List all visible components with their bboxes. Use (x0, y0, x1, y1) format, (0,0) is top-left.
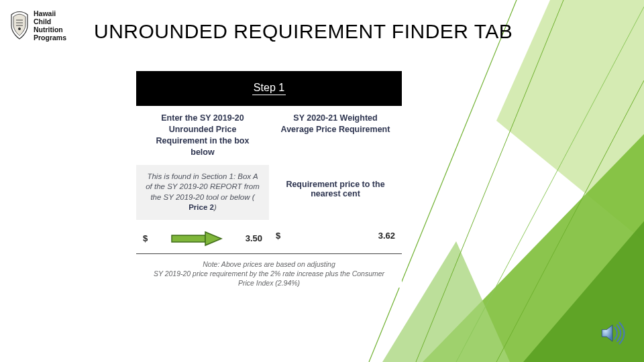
col2-value-cell: $ 3.62 (269, 220, 402, 253)
subheader-row: This is found in Section 1: Box A of the… (136, 165, 402, 220)
svg-marker-10 (205, 232, 221, 245)
speaker-icon (598, 319, 627, 347)
logo-line1: Hawaii (34, 9, 66, 17)
svg-line-5 (416, 0, 564, 362)
col2-value: 3.62 (378, 231, 395, 241)
logo-mark (9, 11, 30, 40)
col1-value-cell: $ 3.50 (136, 220, 269, 253)
logo-line2: Child (34, 17, 66, 25)
note-cpi: 2.94% (278, 279, 298, 287)
col1-subheader: This is found in Section 1: Box A of the… (136, 165, 269, 220)
col1-sub-suffix: ) (214, 203, 217, 211)
col1-header: Enter the SY 2019-20 Unrounded Price Req… (136, 106, 269, 165)
svg-point-8 (18, 27, 21, 30)
col2-currency: $ (276, 231, 280, 241)
step-label: Step 1 (252, 82, 286, 95)
col2-subheader: Requirement price to the nearest cent (269, 165, 402, 220)
note-line1: Note: Above prices are based on adjustin… (150, 259, 388, 269)
svg-line-6 (456, 7, 644, 362)
logo-line3: Nutrition (34, 25, 66, 34)
svg-marker-0 (496, 0, 644, 241)
input-arrow-icon (170, 231, 223, 247)
col2-header: SY 2020-21 Weighted Average Price Requir… (269, 106, 402, 165)
step-header: Step 1 (136, 71, 402, 106)
svg-rect-9 (172, 235, 205, 242)
page-title: UNROUNDED REQUIREMENT FINDER TAB (94, 20, 513, 43)
header-row: Enter the SY 2019-20 Unrounded Price Req… (136, 106, 402, 165)
note-line2-prefix: SY 2019-20 price requirement by the 2% r… (154, 269, 384, 287)
note-line2: SY 2019-20 price requirement by the 2% r… (150, 269, 388, 288)
logo-text: Hawaii Child Nutrition Programs (34, 9, 66, 42)
col1-currency: $ (143, 233, 148, 243)
slide: Hawaii Child Nutrition Programs UNROUNDE… (0, 0, 644, 362)
value-row: $ 3.50 $ 3.62 (136, 220, 402, 254)
col1-sub-prefix: This is found in Section 1: Box A of the… (146, 172, 260, 201)
note-line2-suffix: ) (298, 279, 301, 287)
requirement-panel: Step 1 Enter the SY 2019-20 Unrounded Pr… (136, 71, 402, 288)
logo-line4: Programs (34, 34, 66, 42)
col1-value: 3.50 (246, 233, 262, 243)
price2-label: Price 2 (189, 203, 214, 211)
footnote: Note: Above prices are based on adjustin… (136, 254, 402, 288)
brand-logo: Hawaii Child Nutrition Programs (9, 9, 66, 42)
